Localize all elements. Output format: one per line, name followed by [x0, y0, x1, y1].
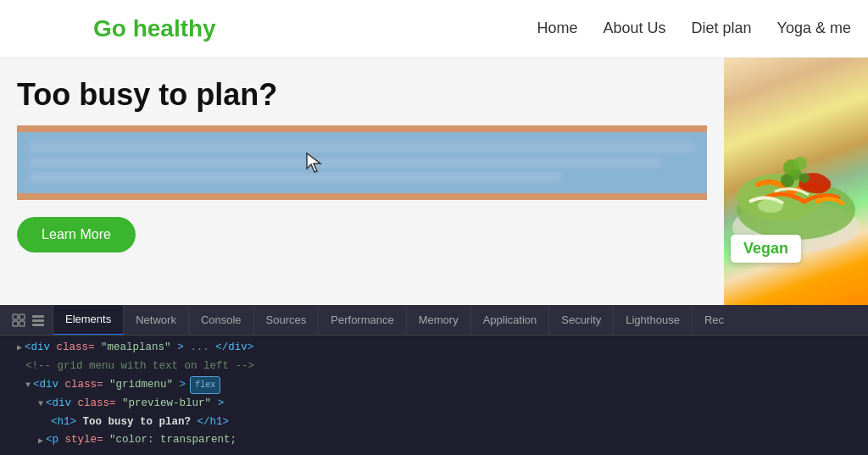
devtools-line-2: <!-- grid menu with text on left -->	[8, 358, 860, 376]
tab-console[interactable]: Console	[189, 305, 254, 336]
tab-performance[interactable]: Performance	[319, 305, 406, 336]
blurred-text-line1	[30, 142, 694, 153]
nav-item-home[interactable]: Home	[537, 19, 577, 37]
svg-rect-12	[13, 321, 18, 326]
triangle-down-3: ▼	[25, 378, 31, 393]
header: Go healthy Home About Us Diet plan Yoga …	[0, 0, 868, 58]
nav-item-diet[interactable]: Diet plan	[692, 19, 752, 37]
flex-badge[interactable]: flex	[190, 376, 220, 395]
navigation: Home About Us Diet plan Yoga & me	[537, 19, 851, 37]
code-tag-preview-blur: <div class= "preview-blur" >	[46, 395, 224, 413]
svg-marker-0	[307, 153, 320, 172]
nav-item-about[interactable]: About Us	[604, 19, 666, 37]
food-image-container: Vegan	[724, 58, 868, 305]
main-content: Too busy to plan? Learn More	[0, 58, 868, 305]
tab-rec[interactable]: Rec	[693, 305, 736, 336]
svg-point-6	[799, 173, 810, 183]
learn-more-button[interactable]: Learn More	[17, 217, 136, 252]
svg-rect-11	[19, 314, 25, 319]
devtools-content: ▶ <div class= "mealplans" > ... </div> <…	[0, 336, 868, 453]
tab-sources[interactable]: Sources	[254, 305, 320, 336]
food-image	[724, 58, 868, 305]
triangle-down-4: ▼	[38, 397, 43, 412]
svg-rect-16	[32, 324, 44, 326]
text-block-wrapper	[17, 125, 707, 200]
svg-point-7	[758, 199, 783, 213]
nav-item-yoga[interactable]: Yoga & me	[777, 19, 851, 37]
devtools-line-6[interactable]: ▶ <p style= "color: transparent;	[8, 431, 860, 450]
hero-title: Too busy to plan?	[17, 77, 707, 113]
tab-memory[interactable]: Memory	[407, 305, 471, 336]
logo: Go healthy	[93, 15, 216, 42]
svg-rect-10	[13, 314, 18, 319]
devtools-line-5[interactable]: <h1> Too busy to plan? </h1>	[8, 413, 860, 432]
devtools-panel: Elements Network Console Sources Perform…	[0, 305, 868, 455]
devtools-line-3[interactable]: ▼ <div class= "gridmenu" > flex	[8, 376, 860, 395]
tab-lighthouse[interactable]: Lighthouse	[614, 305, 693, 336]
devtools-line-4[interactable]: ▼ <div class= "preview-blur" >	[8, 395, 860, 413]
blurred-text-line3	[30, 173, 561, 183]
triangle-right-1: ▶	[17, 341, 22, 356]
text-block-inner	[17, 132, 707, 193]
tab-security[interactable]: Security	[549, 305, 614, 336]
svg-point-9	[793, 157, 807, 170]
vegan-badge: Vegan	[731, 235, 801, 263]
code-tag-mealplans: <div class= "mealplans" > ... </div>	[25, 339, 253, 358]
content-left: Too busy to plan? Learn More	[0, 58, 724, 305]
blurred-text-line2	[30, 158, 661, 168]
tab-elements[interactable]: Elements	[53, 305, 124, 336]
svg-rect-15	[32, 319, 44, 322]
devtools-select-icon[interactable]	[4, 305, 53, 336]
cursor-icon	[305, 152, 322, 174]
tab-application[interactable]: Application	[471, 305, 550, 336]
code-tag-h1: <h1> Too busy to plan? </h1>	[51, 413, 229, 432]
devtools-line-1[interactable]: ▶ <div class= "mealplans" > ... </div>	[8, 339, 860, 358]
tab-network[interactable]: Network	[124, 305, 189, 336]
code-tag-gridmenu: <div class= "gridmenu" >	[33, 376, 186, 395]
triangle-right-6: ▶	[38, 434, 43, 449]
svg-rect-13	[19, 321, 25, 326]
svg-rect-14	[32, 315, 44, 318]
devtools-tabs-bar: Elements Network Console Sources Perform…	[0, 305, 868, 336]
code-comment: <!-- grid menu with text on left -->	[25, 358, 254, 376]
code-tag-p: <p style= "color: transparent;	[46, 431, 236, 450]
